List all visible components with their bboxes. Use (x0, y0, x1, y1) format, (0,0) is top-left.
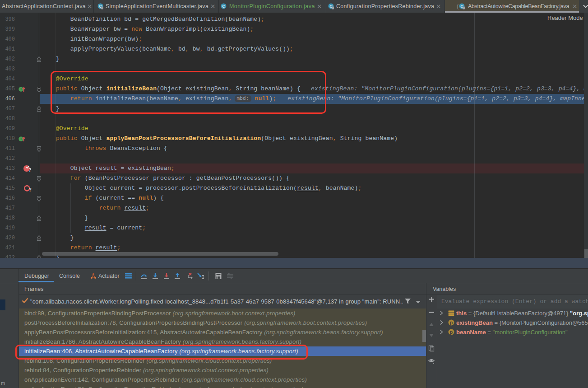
svg-text:C: C (222, 4, 225, 9)
svg-text:p: p (450, 330, 453, 335)
svg-text:I: I (20, 137, 21, 141)
svg-text:p: p (450, 320, 453, 325)
svg-text:I: I (20, 87, 21, 91)
svg-text:?: ? (29, 187, 32, 192)
svg-text:?: ? (28, 168, 31, 173)
